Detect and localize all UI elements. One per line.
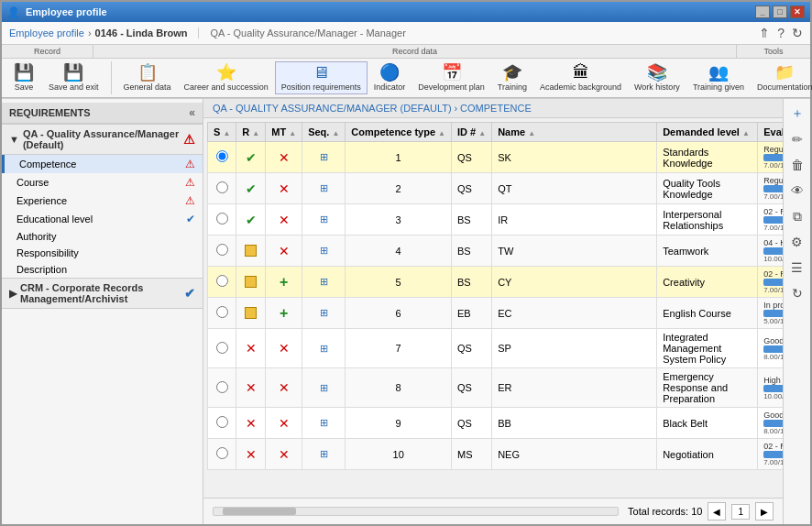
nav-employee-id: 0146 - Linda Brown bbox=[95, 27, 188, 38]
cell-demanded-6: Good - Good 8.00/10.00 bbox=[758, 329, 783, 368]
sidebar-item-description[interactable]: Description bbox=[2, 261, 203, 278]
documentation-button[interactable]: 📁 Documentation bbox=[751, 61, 812, 94]
sidebar-item-responsibility[interactable]: Responsibility bbox=[2, 245, 203, 261]
prev-page-button[interactable]: ◀ bbox=[708, 502, 726, 521]
close-button[interactable]: ✕ bbox=[790, 5, 805, 18]
col-type[interactable]: Competence type ▲ bbox=[346, 123, 452, 142]
cell-seq-7: 8 bbox=[346, 368, 452, 408]
save-icon: 💾 bbox=[14, 64, 34, 81]
cell-id-0: SK bbox=[492, 142, 657, 173]
sidebar-item-experience[interactable]: Experience ⚠ bbox=[2, 192, 203, 210]
col-evaluated[interactable]: Evaluate bbox=[758, 123, 783, 142]
sidebar-header: REQUIREMENTS « bbox=[2, 103, 203, 124]
career-button[interactable]: ⭐ Career and succession bbox=[178, 61, 275, 94]
col-s[interactable]: S ▲ bbox=[208, 123, 236, 142]
documentation-label: Documentation bbox=[757, 82, 812, 92]
cell-s-5[interactable] bbox=[208, 298, 236, 329]
cell-s-4[interactable] bbox=[208, 267, 236, 298]
educational-label: Educational level bbox=[16, 214, 186, 225]
nav-help-icon[interactable]: ? bbox=[777, 26, 785, 40]
cell-demanded-3: 04 - High 10.00/10.00 bbox=[758, 236, 783, 267]
settings-tool-button[interactable]: ⚙ bbox=[786, 231, 808, 253]
training-given-button[interactable]: 👥 Training given bbox=[686, 61, 751, 94]
col-mt[interactable]: MT ▲ bbox=[266, 123, 302, 142]
table-row[interactable]: ✕ ✕ ⊞ 8 QS ER Emergency Response and Pre… bbox=[208, 368, 784, 408]
academic-button[interactable]: 🏛 Academic background bbox=[533, 61, 628, 94]
edit-tool-button[interactable]: ✏ bbox=[786, 128, 808, 150]
sidebar-collapse-button[interactable]: « bbox=[189, 106, 195, 119]
competence-error-icon: ⚠ bbox=[185, 158, 195, 170]
cell-s-2[interactable] bbox=[208, 204, 236, 236]
dev-plan-label: Development plan bbox=[418, 82, 485, 92]
save-button[interactable]: 💾 Save bbox=[5, 61, 42, 94]
sidebar-item-competence[interactable]: Competence ⚠ bbox=[2, 155, 203, 173]
cell-mt-7: ✕ bbox=[266, 368, 302, 408]
list-tool-button[interactable]: ☰ bbox=[786, 257, 808, 279]
col-seq[interactable]: Seq. ▲ bbox=[302, 123, 346, 142]
cell-tree-9: ⊞ bbox=[302, 439, 346, 470]
sidebar-item-crm-group[interactable]: ▶ CRM - Corporate Records Management/Arc… bbox=[2, 278, 203, 309]
maximize-button[interactable]: □ bbox=[773, 5, 787, 18]
col-name[interactable]: Name ▲ bbox=[492, 123, 657, 142]
dev-plan-button[interactable]: 📅 Development plan bbox=[411, 61, 491, 94]
table-row[interactable]: ✕ ✕ ⊞ 10 MS NEG Negotiation 02 - Regular… bbox=[208, 439, 784, 470]
cell-s-6[interactable] bbox=[208, 329, 236, 368]
nav-breadcrumb-employee[interactable]: Employee profile bbox=[9, 27, 84, 38]
cell-id-1: QT bbox=[492, 173, 657, 204]
general-data-icon: 📋 bbox=[137, 64, 158, 81]
content-breadcrumb-page: COMPETENCE bbox=[460, 103, 532, 114]
nav-up-icon[interactable]: ⇑ bbox=[759, 26, 770, 40]
sidebar-item-course[interactable]: Course ⚠ bbox=[2, 173, 203, 192]
nav-refresh-icon[interactable]: ↻ bbox=[792, 26, 803, 40]
position-req-button[interactable]: 🖥 Position requirements bbox=[275, 61, 368, 94]
cell-mt-4: + bbox=[266, 267, 302, 298]
table-row[interactable]: + ⊞ 5 BS CY Creativity 02 - Regular 7.00… bbox=[208, 267, 784, 298]
refresh-tool-button[interactable]: ↻ bbox=[786, 282, 808, 304]
title-bar: 👤 Employee profile _ □ ✕ bbox=[2, 2, 810, 22]
table-row[interactable]: + ⊞ 6 EB EC English Course In progress -… bbox=[208, 298, 784, 329]
cell-type-5: EB bbox=[452, 298, 492, 329]
cell-demanded-4: 02 - Regular 7.00/10.00 bbox=[758, 267, 783, 298]
cell-s-0[interactable] bbox=[208, 142, 236, 173]
sidebar-item-qa-group[interactable]: ▼ QA - Quality Assurance/Manager (Defaul… bbox=[2, 124, 203, 155]
academic-icon: 🏛 bbox=[573, 64, 589, 81]
copy-tool-button[interactable]: ⧉ bbox=[786, 205, 808, 227]
position-req-label: Position requirements bbox=[281, 82, 361, 92]
cell-s-3[interactable] bbox=[208, 236, 236, 267]
save-exit-button[interactable]: 💾 Save and exit bbox=[42, 61, 105, 94]
competence-table: S ▲ R ▲ MT ▲ Seq. ▲ Competence type ▲ ID… bbox=[207, 122, 783, 470]
col-demanded[interactable]: Demanded level ▲ bbox=[657, 123, 758, 142]
general-data-button[interactable]: 📋 General data bbox=[117, 61, 178, 94]
table-row[interactable]: ✕ ✕ ⊞ 9 QS BB Black Belt Good - Good 8.0… bbox=[208, 408, 784, 439]
training-button[interactable]: 🎓 Training bbox=[491, 61, 533, 94]
work-history-icon: 📚 bbox=[647, 64, 667, 81]
cell-s-7[interactable] bbox=[208, 368, 236, 408]
current-page: 1 bbox=[731, 504, 750, 520]
indicator-button[interactable]: 🔵 Indicator bbox=[368, 61, 412, 94]
dev-plan-icon: 📅 bbox=[442, 64, 462, 81]
cell-demanded-7: High - High 10.00/10.00 bbox=[758, 368, 783, 408]
sidebar-item-educational[interactable]: Educational level ✔ bbox=[2, 210, 203, 228]
minimize-button[interactable]: _ bbox=[755, 5, 770, 18]
next-page-button[interactable]: ▶ bbox=[755, 502, 774, 521]
toolbar-record-group: 💾 Save 💾 Save and exit bbox=[5, 61, 112, 94]
cell-s-8[interactable] bbox=[208, 408, 236, 439]
table-row[interactable]: ✔ ✕ ⊞ 3 BS IR Interpersonal Relationship… bbox=[208, 204, 784, 236]
horizontal-scrollbar[interactable] bbox=[213, 507, 619, 516]
work-history-button[interactable]: 📚 Work history bbox=[628, 61, 686, 94]
crm-check-icon: ✔ bbox=[184, 286, 195, 301]
col-id[interactable]: ID # ▲ bbox=[452, 123, 492, 142]
delete-tool-button[interactable]: 🗑 bbox=[786, 154, 808, 176]
cell-demanded-5: In progress - In pr... 5.00/10.00 bbox=[758, 298, 783, 329]
table-row[interactable]: ✕ ⊞ 4 BS TW Teamwork 04 - High 10.00/10.… bbox=[208, 236, 784, 267]
add-tool-button[interactable]: ＋ bbox=[786, 103, 808, 125]
table-row[interactable]: ✔ ✕ ⊞ 2 QS QT Quality Tools Knowledge Re… bbox=[208, 173, 784, 204]
table-row[interactable]: ✔ ✕ ⊞ 1 QS SK Standards Knowledge Regula… bbox=[208, 142, 784, 173]
table-row[interactable]: ✕ ✕ ⊞ 7 QS SP Integrated Management Syst… bbox=[208, 329, 784, 368]
main-window: 👤 Employee profile _ □ ✕ Employee profil… bbox=[0, 0, 812, 526]
cell-s-1[interactable] bbox=[208, 173, 236, 204]
cell-s-9[interactable] bbox=[208, 439, 236, 470]
sidebar-item-authority[interactable]: Authority bbox=[2, 228, 203, 245]
view-tool-button[interactable]: 👁 bbox=[786, 180, 808, 202]
col-r[interactable]: R ▲ bbox=[236, 123, 266, 142]
